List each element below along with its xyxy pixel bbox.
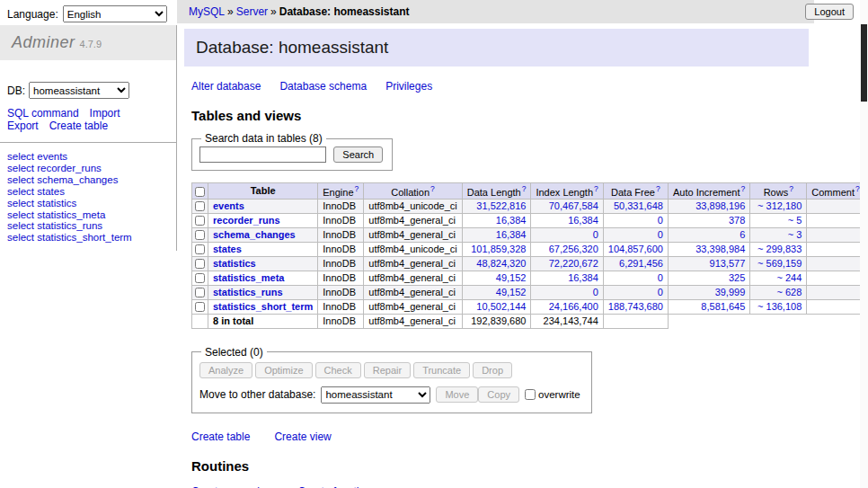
table-name-link[interactable]: statistics_short_term	[213, 301, 313, 312]
create-table-link-sidebar[interactable]: Create table	[49, 120, 108, 132]
help-link[interactable]: ?	[594, 184, 598, 193]
row-checkbox[interactable]	[195, 302, 205, 312]
index-length-link[interactable]: 67,256,320	[549, 244, 598, 254]
row-checkbox[interactable]	[195, 201, 205, 211]
rows-count-link[interactable]: ~ 244	[776, 272, 802, 283]
analyze-button[interactable]: Analyze	[199, 362, 252, 378]
data-free-link[interactable]: 0	[658, 272, 663, 283]
index-length-link[interactable]: 16,384	[568, 272, 598, 283]
breadcrumb-server-link[interactable]: Server	[236, 5, 268, 18]
drop-button[interactable]: Drop	[473, 362, 512, 378]
auto-increment-link[interactable]: 378	[729, 215, 745, 226]
move-db-select[interactable]: homeassistant	[321, 386, 430, 404]
search-input[interactable]	[199, 146, 326, 163]
table-name-link[interactable]: statistics_runs	[213, 287, 283, 297]
sidebar-table-link[interactable]: select states	[7, 186, 176, 198]
auto-increment-link[interactable]: 33,898,196	[695, 200, 745, 211]
help-link[interactable]: ?	[522, 184, 527, 193]
sidebar-table-link[interactable]: select recorder_runs	[7, 163, 176, 174]
help-link[interactable]: ?	[430, 184, 435, 193]
rows-count-link[interactable]: ~ 5	[788, 215, 802, 226]
row-checkbox[interactable]	[195, 216, 205, 226]
row-checkbox[interactable]	[195, 244, 205, 254]
data-length-link[interactable]: 10,502,144	[476, 301, 526, 312]
help-link[interactable]: ?	[355, 184, 359, 193]
data-length-link[interactable]: 16,384	[496, 229, 527, 240]
language-select[interactable]: English	[63, 5, 167, 22]
create-procedure-link[interactable]: Create procedure	[191, 485, 275, 488]
row-checkbox[interactable]	[195, 259, 205, 269]
table-name-link[interactable]: recorder_runs	[213, 215, 280, 226]
index-length-link[interactable]: 72,220,672	[549, 258, 598, 269]
index-length-link[interactable]: 0	[593, 287, 598, 297]
export-link[interactable]: Export	[7, 120, 39, 132]
data-free-link[interactable]: 104,857,600	[608, 244, 663, 254]
privileges-link[interactable]: Privileges	[385, 80, 432, 93]
sql-command-link[interactable]: SQL command	[7, 107, 79, 120]
search-button[interactable]: Search	[333, 146, 383, 163]
sidebar-table-link[interactable]: select statistics_meta	[7, 209, 176, 221]
auto-increment-link[interactable]: 913,577	[710, 258, 746, 269]
auto-increment-link[interactable]: 325	[729, 272, 745, 283]
create-view-link[interactable]: Create view	[274, 430, 331, 443]
sidebar-table-link[interactable]: select statistics	[7, 198, 176, 209]
database-schema-link[interactable]: Database schema	[279, 80, 367, 93]
rows-count-link[interactable]: ~ 136,108	[757, 301, 802, 312]
index-length-link[interactable]: 70,467,584	[549, 200, 598, 211]
data-free-link[interactable]: 0	[658, 287, 663, 297]
overwrite-checkbox[interactable]	[525, 389, 536, 400]
data-length-link[interactable]: 31,522,816	[476, 200, 526, 211]
data-free-link[interactable]: 188,743,680	[608, 301, 663, 312]
alter-database-link[interactable]: Alter database	[191, 80, 261, 93]
help-link[interactable]: ?	[741, 184, 746, 193]
auto-increment-link[interactable]: 6	[740, 229, 745, 240]
rows-count-link[interactable]: ~ 312,180	[757, 200, 802, 211]
copy-button[interactable]: Copy	[478, 386, 519, 403]
help-link[interactable]: ?	[656, 184, 660, 193]
table-name-link[interactable]: events	[213, 200, 244, 211]
rows-count-link[interactable]: ~ 628	[776, 287, 802, 297]
table-name-link[interactable]: schema_changes	[213, 229, 296, 240]
create-table-link[interactable]: Create table	[191, 430, 250, 443]
data-length-link[interactable]: 48,824,320	[476, 258, 526, 269]
data-free-link[interactable]: 0	[658, 229, 663, 240]
index-length-link[interactable]: 16,384	[568, 215, 598, 226]
import-link[interactable]: Import	[90, 107, 120, 120]
sidebar-table-link[interactable]: select events	[7, 151, 176, 163]
repair-button[interactable]: Repair	[364, 362, 411, 378]
help-link[interactable]: ?	[855, 184, 860, 193]
select-all-checkbox[interactable]	[195, 187, 205, 197]
scrollbar[interactable]	[860, 0, 868, 488]
optimize-button[interactable]: Optimize	[255, 362, 312, 378]
data-length-link[interactable]: 49,152	[496, 287, 527, 297]
breadcrumb-mysql-link[interactable]: MySQL	[189, 5, 225, 18]
rows-count-link[interactable]: ~ 299,833	[757, 244, 802, 254]
sidebar-table-link[interactable]: select statistics_short_term	[7, 232, 176, 244]
row-checkbox[interactable]	[195, 273, 205, 283]
data-free-link[interactable]: 0	[658, 215, 663, 226]
scrollbar-thumb[interactable]	[861, 24, 867, 102]
table-name-link[interactable]: statistics	[213, 258, 256, 269]
index-length-link[interactable]: 0	[593, 229, 598, 240]
row-checkbox[interactable]	[195, 288, 205, 297]
sidebar-table-link[interactable]: select statistics_runs	[7, 220, 176, 232]
truncate-button[interactable]: Truncate	[413, 362, 470, 378]
data-length-link[interactable]: 101,859,328	[471, 244, 526, 254]
table-name-link[interactable]: statistics_meta	[213, 272, 285, 283]
data-free-link[interactable]: 50,331,648	[614, 200, 663, 211]
auto-increment-link[interactable]: 33,398,984	[695, 244, 745, 254]
rows-count-link[interactable]: ~ 3	[788, 229, 802, 240]
move-button[interactable]: Move	[436, 386, 478, 403]
table-name-link[interactable]: states	[213, 244, 242, 254]
data-length-link[interactable]: 16,384	[496, 215, 527, 226]
auto-increment-link[interactable]: 8,581,645	[701, 301, 745, 312]
data-free-link[interactable]: 6,291,456	[619, 258, 663, 269]
index-length-link[interactable]: 24,166,400	[549, 301, 598, 312]
help-link[interactable]: ?	[789, 184, 793, 193]
logout-button[interactable]: Logout	[805, 4, 854, 20]
check-button[interactable]: Check	[315, 362, 361, 378]
sidebar-table-link[interactable]: select schema_changes	[7, 174, 176, 186]
rows-count-link[interactable]: ~ 569,159	[757, 258, 802, 269]
create-function-link[interactable]: Create function	[297, 485, 370, 488]
auto-increment-link[interactable]: 39,999	[715, 287, 746, 297]
